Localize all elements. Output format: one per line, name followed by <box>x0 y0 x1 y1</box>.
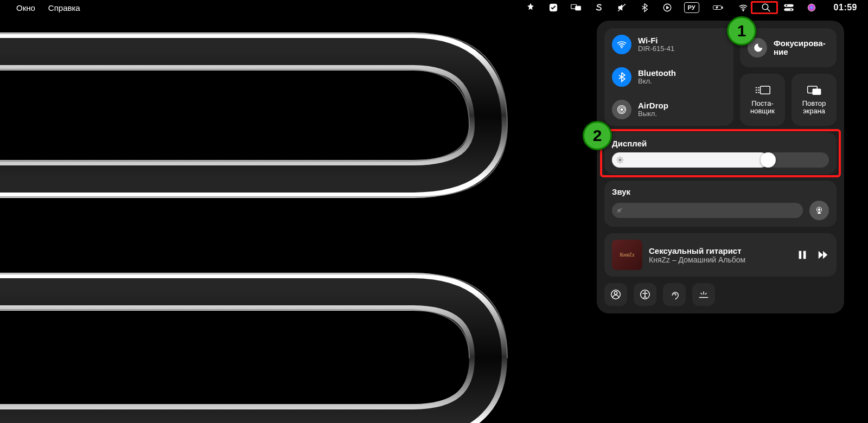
airplay-audio-button[interactable] <box>809 201 829 220</box>
bluetooth-toggle[interactable]: BluetoothВкл. <box>612 67 726 87</box>
s-tray-icon[interactable] <box>593 3 605 12</box>
bluetooth-icon <box>612 67 631 87</box>
svg-rect-26 <box>758 92 760 93</box>
volume-mute-icon <box>616 207 624 214</box>
annotation-badge-1: 1 <box>727 16 756 46</box>
displays-tray-icon[interactable] <box>570 3 582 12</box>
svg-rect-28 <box>812 88 821 94</box>
quick-row <box>604 283 837 306</box>
album-art: КняZz <box>612 240 642 270</box>
next-button[interactable] <box>817 249 829 261</box>
siri-tray-icon[interactable] <box>806 3 818 12</box>
svg-point-17 <box>621 108 623 111</box>
svg-line-36 <box>618 162 618 162</box>
menu-help[interactable]: Справка <box>48 3 80 12</box>
pause-button[interactable] <box>796 249 808 261</box>
wifi-tray-icon[interactable] <box>737 3 749 12</box>
hearing-quick-button[interactable] <box>663 283 686 306</box>
svg-line-50 <box>705 293 707 294</box>
battery-tray-icon[interactable] <box>710 3 726 12</box>
svg-line-37 <box>622 158 622 158</box>
now-playing-tile[interactable]: КняZz Сексуальный гитарист КняZz – Домаш… <box>604 233 837 277</box>
annotation-badge-2: 2 <box>583 121 612 150</box>
brightness-icon <box>616 156 624 164</box>
svg-rect-25 <box>758 89 760 91</box>
svg-rect-42 <box>803 251 806 259</box>
svg-rect-23 <box>755 92 757 93</box>
checkbox-tray-icon[interactable] <box>547 3 559 12</box>
display-slider[interactable] <box>612 152 829 168</box>
svg-point-44 <box>614 292 617 295</box>
svg-point-15 <box>808 4 815 11</box>
rocket-tray-icon[interactable] <box>525 3 537 12</box>
wifi-network: DIR-615-41 <box>638 45 674 53</box>
track-artist: КняZz – Домашний Альбом <box>649 255 790 264</box>
user-quick-button[interactable] <box>604 283 627 306</box>
svg-line-34 <box>618 158 618 158</box>
menubar: Окно Справка РУ 01:59 <box>0 0 868 15</box>
focus-label: Фокусирова- ние <box>774 39 826 57</box>
screen-mirror-toggle[interactable]: Повтор экрана <box>792 74 837 126</box>
screen-mirror-icon <box>806 85 822 97</box>
svg-rect-24 <box>758 87 760 88</box>
menubar-clock[interactable]: 01:59 <box>834 3 857 12</box>
display-label: Дисплей <box>612 139 829 148</box>
bluetooth-tray-icon[interactable] <box>639 3 650 12</box>
airdrop-label: AirDrop <box>638 101 668 110</box>
svg-rect-7 <box>722 7 723 9</box>
svg-point-46 <box>644 291 646 293</box>
svg-point-39 <box>818 208 821 211</box>
airdrop-icon <box>612 100 631 119</box>
network-tile: Wi-FiDIR-615-41 BluetoothВкл. AirDropВык… <box>604 28 733 126</box>
bluetooth-status: Вкл. <box>638 78 676 86</box>
svg-rect-21 <box>755 87 757 88</box>
airdrop-toggle[interactable]: AirDropВыкл. <box>612 100 726 119</box>
stage-manager-toggle[interactable]: Поста- новщик <box>740 74 785 126</box>
svg-point-14 <box>790 9 792 10</box>
control-center-panel: Wi-FiDIR-615-41 BluetoothВкл. AirDropВык… <box>597 21 844 313</box>
wifi-label: Wi-Fi <box>638 36 674 45</box>
mute-tray-icon[interactable] <box>616 3 628 12</box>
sound-label: Звук <box>612 187 829 196</box>
language-tray[interactable]: РУ <box>684 2 699 13</box>
keyboard-brightness-quick-button[interactable] <box>692 283 715 306</box>
svg-point-29 <box>619 159 622 162</box>
svg-rect-22 <box>755 89 757 91</box>
play-circle-tray-icon[interactable] <box>661 3 673 12</box>
track-title: Сексуальный гитарист <box>649 246 790 255</box>
stage-manager-icon <box>755 85 771 97</box>
sound-slider[interactable] <box>612 203 803 218</box>
control-center-tray-icon[interactable] <box>783 3 795 12</box>
bluetooth-label: Bluetooth <box>638 68 676 78</box>
screen-mirror-label: Повтор экрана <box>802 100 826 116</box>
svg-point-13 <box>786 5 787 7</box>
svg-rect-3 <box>575 6 580 10</box>
wifi-icon <box>612 35 631 54</box>
display-tile: Дисплей <box>604 132 837 174</box>
svg-rect-41 <box>799 251 802 259</box>
sound-tile: Звук <box>604 181 837 227</box>
svg-point-16 <box>621 47 623 49</box>
svg-point-8 <box>742 10 743 11</box>
stage-manager-label: Поста- новщик <box>750 100 775 116</box>
wifi-toggle[interactable]: Wi-FiDIR-615-41 <box>612 35 726 54</box>
airdrop-status: Выкл. <box>638 110 668 118</box>
menu-window[interactable]: Окно <box>16 3 35 12</box>
annotation-highlight-cc-icon <box>751 1 778 14</box>
svg-rect-20 <box>760 86 770 94</box>
accessibility-quick-button[interactable] <box>634 283 656 306</box>
svg-line-35 <box>622 162 622 162</box>
svg-line-49 <box>701 293 703 294</box>
